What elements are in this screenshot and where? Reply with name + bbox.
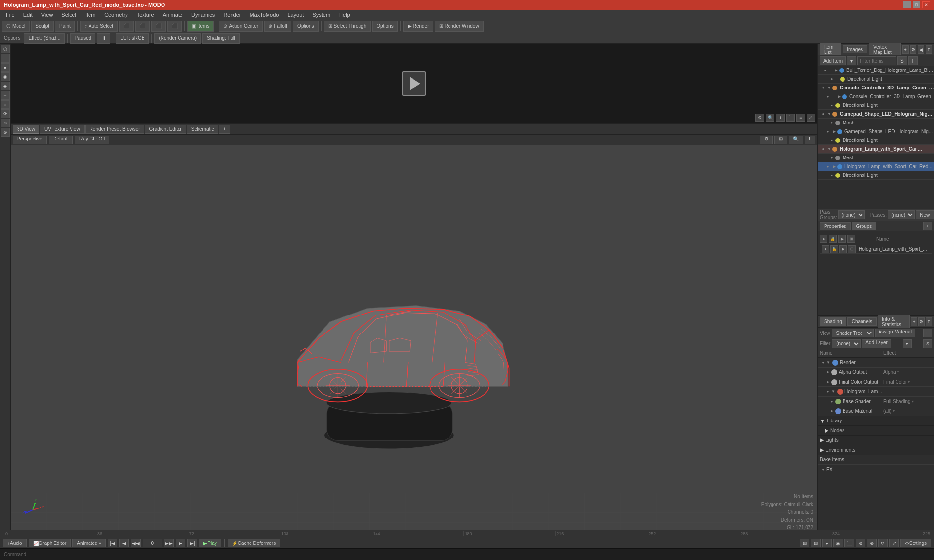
item-vis-icon[interactable]: ● — [825, 93, 831, 100]
shading-settings-icon[interactable]: ⚙ — [918, 317, 925, 326]
shading-add-icon[interactable]: + — [911, 317, 917, 326]
action-center-button[interactable]: ⊙ Action Center — [219, 21, 263, 32]
panel-lock-icon[interactable]: F — [926, 45, 932, 54]
menu-item[interactable]: Item — [81, 11, 99, 18]
animated-dropdown[interactable]: Animated ▾ — [72, 539, 106, 547]
shader-vis-icon[interactable]: ● — [820, 359, 826, 366]
gp-vis-icon[interactable]: ● — [820, 235, 827, 243]
panel-settings-icon[interactable]: ⚙ — [910, 45, 916, 54]
item-list-content[interactable]: ● ▶ Bull_Terrier_Dog_Hologram_Lamp_Blu..… — [818, 66, 934, 209]
item-vis-icon[interactable]: ● — [820, 146, 826, 153]
tab-schematic[interactable]: Schematic — [187, 125, 218, 134]
shading-full-button[interactable]: Shading: Full — [202, 33, 239, 44]
item-row[interactable]: ● ▶ Gamepad_Shape_LED_Hologram_Nig... — [818, 127, 934, 136]
shader-category-environments[interactable]: ▶ Environments — [818, 445, 934, 455]
close-button[interactable]: ✕ — [922, 1, 930, 8]
perspective-button[interactable]: Perspective — [13, 136, 47, 144]
item-vis-icon[interactable]: ● — [820, 111, 826, 118]
falloff-button[interactable]: ⊛ Falloff — [264, 21, 291, 32]
item-vis-icon[interactable]: ● — [828, 120, 835, 126]
shader-vis-icon[interactable]: ● — [820, 466, 826, 473]
item-vis-icon[interactable]: ● — [828, 155, 835, 161]
menu-render[interactable]: Render — [219, 11, 245, 18]
menu-maxtomodo[interactable]: MaxToModo — [246, 11, 283, 18]
render-camera-button[interactable]: (Render Camera) — [154, 33, 201, 44]
transport-tool-9[interactable]: ⤢ — [889, 539, 899, 547]
gp-item-extra-icon[interactable]: ⊞ — [848, 245, 856, 253]
gp-lock-icon[interactable]: 🔒 — [829, 235, 837, 243]
item-row[interactable]: ● ▶ Bull_Terrier_Dog_Hologram_Lamp_Blu..… — [818, 66, 934, 75]
tab-add[interactable]: + — [219, 125, 231, 134]
shader-bake-items-row[interactable]: Bake Items — [818, 455, 934, 465]
transport-tool-7[interactable]: ⊗ — [867, 539, 877, 547]
add-layer-button[interactable]: Add Layer — [862, 339, 891, 348]
step-back-button[interactable]: ◀ — [119, 539, 129, 547]
shader-category-lights[interactable]: ▶ Lights — [818, 436, 934, 445]
shader-toggle-icon[interactable]: ▼ — [831, 389, 837, 394]
gp-item-row[interactable]: ● 🔒 ▶ ⊞ Hologram_Lamp_with_Sport_... — [820, 245, 932, 254]
left-tool-2[interactable]: + — [1, 54, 10, 63]
menu-file[interactable]: File — [2, 11, 18, 18]
menu-texture[interactable]: Texture — [133, 11, 158, 18]
item-row[interactable]: ● Directional Light — [818, 136, 934, 145]
shader-tree-view-select[interactable]: Shader Tree — [832, 329, 874, 337]
minimize-button[interactable]: ─ — [903, 1, 911, 8]
toolbar-icon-2[interactable]: ⬛ — [135, 21, 150, 32]
gp-item-lock-icon[interactable]: 🔒 — [830, 245, 838, 253]
tab-item-list[interactable]: Item List — [820, 43, 841, 56]
transport-tool-1[interactable]: ⊞ — [800, 539, 809, 547]
toolbar-icon-1[interactable]: ⬛ — [119, 21, 134, 32]
transport-tool-2[interactable]: ⊟ — [811, 539, 821, 547]
gp-extra-icon[interactable]: ⊞ — [847, 235, 855, 243]
shader-vis-icon[interactable]: ● — [825, 388, 831, 395]
left-tool-1[interactable]: ⬡ — [1, 45, 10, 53]
item-toggle-icon[interactable]: ▶ — [836, 94, 842, 100]
gp-add-icon[interactable]: + — [923, 222, 932, 230]
paint-mode-button[interactable]: Paint — [55, 21, 75, 32]
item-vis-icon[interactable]: ● — [825, 163, 831, 170]
tab-shading[interactable]: Shading — [820, 317, 846, 326]
shader-alpha-row[interactable]: ● Alpha Output Alpha ▾ — [818, 368, 934, 377]
next-keyframe-button[interactable]: ▶| — [187, 539, 197, 547]
shader-category-nodes[interactable]: ▶ Nodes — [818, 426, 934, 436]
shader-lock-icon[interactable]: F — [923, 329, 932, 337]
viewport-info-icon[interactable]: ℹ — [805, 136, 815, 144]
item-toggle-icon[interactable]: ▼ — [826, 85, 832, 91]
item-row[interactable]: ● ▼ Gamepad_Shape_LED_Hologram_Night... — [818, 110, 934, 119]
item-vis-icon[interactable]: ● — [825, 128, 831, 135]
items-button[interactable]: ▣ Items — [187, 21, 214, 32]
panel-add-icon[interactable]: + — [902, 45, 909, 54]
pause-icon-button[interactable]: ⏸ — [97, 33, 110, 44]
model-mode-button[interactable]: ⬡ Model — [2, 21, 30, 32]
shader-category-library[interactable]: ▼ Library — [818, 416, 934, 426]
add-layer-dropdown-icon[interactable]: ▾ — [903, 339, 912, 348]
panel-collapse-icon[interactable]: ◀ — [918, 45, 924, 54]
left-tool-3[interactable]: ● — [1, 63, 10, 72]
gp-item-vis-icon[interactable]: ● — [822, 245, 829, 253]
tab-gradient-editor[interactable]: Gradient Editor — [145, 125, 186, 134]
tab-images[interactable]: Images — [843, 45, 867, 53]
preview-info-icon[interactable]: ℹ — [776, 114, 785, 122]
menu-help[interactable]: Help — [335, 11, 354, 18]
sculpt-mode-button[interactable]: Sculpt — [31, 21, 54, 32]
step-forward-button[interactable]: ▶ — [176, 539, 185, 547]
tab-info-statistics[interactable]: Info & Statistics — [878, 315, 910, 329]
shader-vis-icon[interactable]: ● — [828, 398, 835, 405]
item-row[interactable]: ● Mesh — [818, 119, 934, 127]
options-btn-2[interactable]: Options — [372, 21, 397, 32]
item-row[interactable]: ● Mesh — [818, 154, 934, 162]
menu-geometry[interactable]: Geometry — [100, 11, 131, 18]
toolbar-icon-3[interactable]: ⬛ — [151, 21, 166, 32]
shading-lock-icon[interactable]: F — [926, 317, 932, 326]
render-window-button[interactable]: ⊞ Render Window — [435, 21, 484, 32]
filter-settings-icon[interactable]: F — [908, 56, 918, 65]
ray-gl-button[interactable]: Ray GL: Off — [75, 136, 109, 144]
menu-layout[interactable]: Layout — [284, 11, 307, 18]
tab-properties[interactable]: Properties — [820, 222, 851, 230]
gp-item-render-icon[interactable]: ▶ — [839, 245, 847, 253]
lut-button[interactable]: LUT: sRGB — [116, 33, 149, 44]
item-toggle-icon[interactable]: ▼ — [826, 111, 832, 117]
prev-keyframe-button[interactable]: |◀ — [108, 539, 117, 547]
transport-tool-8[interactable]: ⟳ — [878, 539, 888, 547]
item-toggle-icon[interactable]: ▼ — [826, 146, 832, 152]
